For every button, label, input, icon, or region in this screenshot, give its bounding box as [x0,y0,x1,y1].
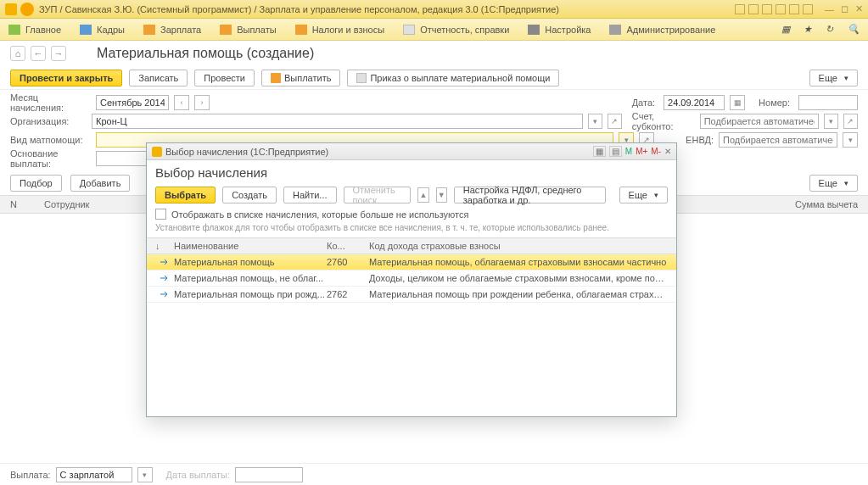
dialog-m-minus[interactable]: M- [651,147,661,156]
write-button[interactable]: Записать [129,70,188,86]
dialog-select-button[interactable]: Выбрать [155,187,216,203]
home-button[interactable]: ⌂ [10,46,25,61]
main-nav: Главное Кадры Зарплата Выплаты Налоги и … [0,19,868,41]
dialog-up-button[interactable]: ▲ [417,187,428,203]
minimize-icon: — [825,4,834,14]
dialog-titlebar[interactable]: Выбор начисления (1С:Предприятие) ▦ ▤ M … [147,143,676,160]
dialog-find-button[interactable]: Найти... [283,187,337,203]
forward-button[interactable]: → [51,46,66,61]
col-deduction-sum: Сумма вычета [756,199,858,209]
add-row-button[interactable]: Добавить [70,175,131,192]
app-icon [5,3,17,15]
nav-reports[interactable]: Отчетность, справки [403,25,509,35]
post-button[interactable]: Провести [194,70,255,86]
table-row[interactable]: Материальная помощь 2760 Материальная по… [147,254,676,270]
dialog-down-button[interactable]: ▼ [436,187,447,203]
account-dropdown-button[interactable]: ▾ [824,114,838,129]
dialog-checkbox-label: Отображать в списке начисления, которые … [171,209,469,220]
nav-hr[interactable]: Кадры [80,25,125,35]
payout-date-label: Дата выплаты: [166,470,230,480]
dialog-window-title: Выбор начисления (1С:Предприятие) [165,147,328,157]
row-icon [160,259,170,265]
account-input[interactable] [700,114,819,129]
date-picker-button[interactable]: ▦ [730,95,745,110]
dialog-cancel-find-button: Отменить поиск [344,187,412,203]
nav-salary[interactable]: Зарплата [143,25,201,35]
dialog-ndfl-button[interactable]: Настройка НДФЛ, среднего заработка и др. [454,187,606,203]
envd-label: ЕНВД: [686,135,714,145]
envd-dropdown-button[interactable]: ▾ [843,132,858,148]
select-employees-button[interactable]: Подбор [10,175,62,192]
grid-icon: ▦ [781,24,793,36]
payout-date-input [235,467,303,482]
date-input[interactable] [664,95,725,110]
org-input[interactable] [92,114,583,129]
basis-label: Основание выплаты: [10,148,91,169]
post-and-close-button[interactable]: Провести и закрыть [10,70,122,86]
pay-icon [271,73,281,83]
back-round-icon[interactable] [20,3,34,16]
close-icon: ✕ [855,3,863,14]
nav-payments[interactable]: Выплаты [220,25,276,35]
nav-settings[interactable]: Настройка [528,25,591,35]
dialog-show-unused-row[interactable]: Отображать в списке начисления, которые … [147,209,676,223]
dialog-tool-1[interactable]: ▦ [593,146,606,157]
month-next-button[interactable]: › [194,95,210,110]
print-icon [356,73,367,83]
report-icon [403,25,415,35]
dialog-m[interactable]: M [625,147,632,156]
org-dropdown-button[interactable]: ▾ [588,114,602,129]
col-code[interactable]: Ко... [327,241,369,251]
dialog-table-header: ↓ Наименование Ко... Код дохода страховы… [147,237,676,254]
tax-icon [295,25,307,35]
nav-admin[interactable]: Администрирование [609,25,715,35]
nav-main[interactable]: Главное [8,25,61,35]
account-open-button[interactable]: ↗ [843,114,858,129]
back-button[interactable]: ← [31,46,46,61]
number-label: Номер: [759,98,790,108]
dialog-tool-2[interactable]: ▤ [609,146,622,157]
table-row[interactable]: Материальная помощь, не облаг... Доходы,… [147,270,676,287]
dialog-m-plus[interactable]: M+ [636,147,647,156]
history-icon: ↻ [826,24,837,36]
dialog-hint: Установите флажок для того чтобы отобраз… [147,223,676,237]
nav-taxes[interactable]: Налоги и взносы [295,25,385,35]
app-titlebar: ЗУП / Савинская З.Ю. (Системный программ… [0,0,868,19]
dialog-close-icon[interactable]: ✕ [664,147,671,156]
print-order-button[interactable]: Приказ о выплате материальной помощи [347,70,559,86]
dialog-create-button[interactable]: Создать [222,187,277,203]
payout-mode-dropdown[interactable]: ▾ [137,467,153,482]
grid-more-button[interactable]: Еще [809,175,858,192]
more-button[interactable]: Еще [809,70,858,86]
star-icon: ★ [804,24,815,36]
col-n: N [10,199,44,209]
month-input[interactable] [96,95,169,110]
dialog-app-icon [152,147,162,157]
pay-button[interactable]: Выплатить [261,70,340,86]
envd-input[interactable] [719,132,837,148]
month-label: Месяц начисления: [10,92,91,113]
org-open-button[interactable]: ↗ [608,114,622,129]
checkbox-icon[interactable] [155,209,166,220]
date-label: Дата: [632,98,655,108]
gear-icon [609,25,621,35]
col-name[interactable]: Наименование [174,241,327,251]
payout-mode-input[interactable] [56,467,132,482]
page-title: Материальная помощь (создание) [97,46,314,61]
row-icon [160,275,170,282]
dialog-more-button[interactable]: Еще [619,187,668,203]
titlebar-tool-icons[interactable] [735,4,813,14]
account-label: Счет, субконто: [632,111,695,131]
table-row[interactable]: Материальная помощь при рожд... 2762 Мат… [147,287,676,303]
maximize-icon: ◻ [841,3,848,14]
document-toolbar: Провести и закрыть Записать Провести Вып… [0,66,868,90]
col-desc[interactable]: Код дохода страховые взносы [369,241,668,251]
month-prev-button[interactable]: ‹ [174,95,189,110]
number-input[interactable] [798,95,858,110]
window-controls[interactable]: — ◻ ✕ [825,3,863,14]
col-sort-icon[interactable]: ↓ [155,241,174,251]
row-icon [160,291,170,298]
nav-right-tools[interactable]: ▦ ★ ↻ 🔍 [781,24,860,36]
dialog-heading: Выбор начисления [147,160,676,185]
org-label: Организация: [10,116,87,126]
